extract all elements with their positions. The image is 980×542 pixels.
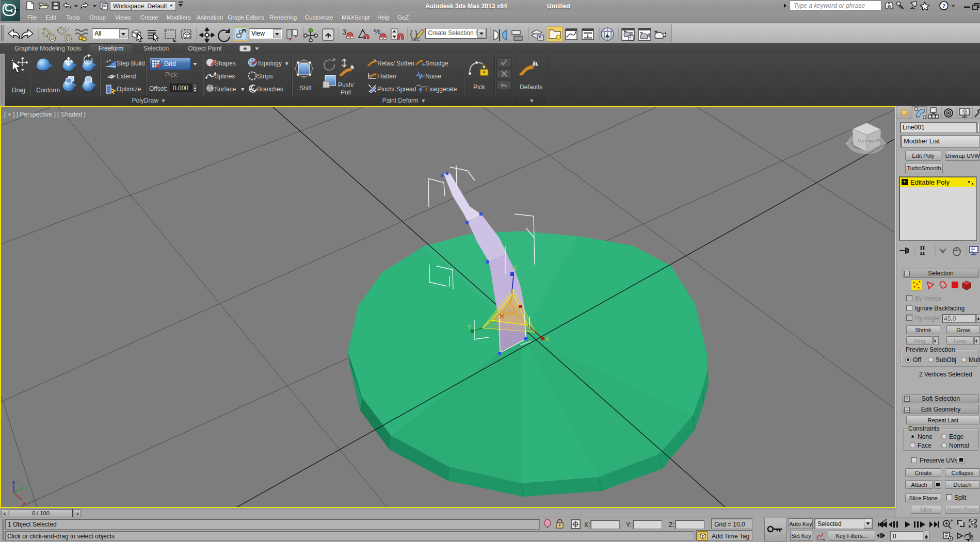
svg-text:%: % xyxy=(374,27,380,36)
svg-text:z: z xyxy=(12,480,15,485)
svg-text:[ + ] [ Perspective ] [ Shaded: [ + ] [ Perspective ] [ Shaded ] xyxy=(4,111,86,118)
svg-text:x: x xyxy=(23,501,26,506)
svg-text:3: 3 xyxy=(342,27,346,36)
svg-text:Y: Y xyxy=(468,324,472,330)
svg-text:ABC: ABC xyxy=(411,37,420,42)
svg-text:y: y xyxy=(25,485,28,490)
svg-text:X: X xyxy=(545,336,550,342)
svg-text:Z: Z xyxy=(513,265,517,271)
svg-text:?: ? xyxy=(942,2,946,10)
